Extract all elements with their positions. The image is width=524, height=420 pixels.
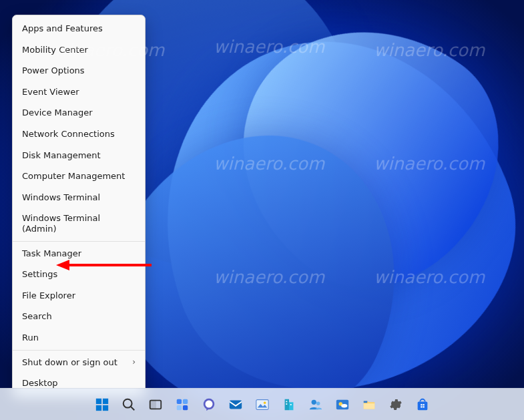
menu-item-label: Settings xyxy=(22,269,57,280)
mail-icon[interactable] xyxy=(226,395,245,414)
menu-item-label: Computer Management xyxy=(22,171,125,182)
office-building-icon[interactable] xyxy=(280,395,298,414)
svg-rect-16 xyxy=(229,400,241,409)
desktop-background: Apps and FeaturesMobility CenterPower Op… xyxy=(0,0,524,420)
svg-rect-21 xyxy=(286,401,287,402)
menu-item-label: Device Manager xyxy=(22,108,93,118)
svg-point-18 xyxy=(263,401,266,404)
svg-rect-23 xyxy=(290,404,291,405)
svg-point-24 xyxy=(311,399,316,404)
svg-rect-5 xyxy=(102,405,107,410)
menu-item-shut-down-or-sign-out[interactable]: Shut down or sign out› xyxy=(13,352,145,373)
svg-rect-32 xyxy=(421,404,422,405)
menu-item-label: File Explorer xyxy=(22,290,75,301)
menu-separator xyxy=(13,241,145,242)
svg-rect-2 xyxy=(95,398,101,403)
menu-item-mobility-center[interactable]: Mobility Center xyxy=(13,39,145,61)
svg-rect-34 xyxy=(421,406,422,407)
menu-item-device-manager[interactable]: Device Manager xyxy=(13,102,145,124)
menu-item-label: Event Viewer xyxy=(22,87,79,97)
settings-icon[interactable] xyxy=(386,395,405,414)
menu-item-label: Apps and Features xyxy=(22,23,103,34)
chevron-right-icon: › xyxy=(132,357,136,367)
people-icon[interactable] xyxy=(306,395,325,414)
menu-item-label: Run xyxy=(22,333,39,343)
menu-item-apps-and-features[interactable]: Apps and Features xyxy=(13,18,145,39)
menu-item-search[interactable]: Search xyxy=(13,306,145,327)
svg-rect-20 xyxy=(289,402,293,410)
svg-point-15 xyxy=(205,400,212,407)
svg-rect-33 xyxy=(423,404,424,405)
svg-rect-31 xyxy=(417,401,427,410)
menu-item-label: Mobility Center xyxy=(22,45,88,55)
svg-rect-17 xyxy=(256,399,268,409)
file-explorer-icon[interactable] xyxy=(360,395,378,414)
menu-item-file-explorer[interactable]: File Explorer xyxy=(13,285,145,306)
menu-item-power-options[interactable]: Power Options xyxy=(13,60,145,81)
menu-item-windows-terminal-admin[interactable]: Windows Terminal (Admin) xyxy=(13,208,145,239)
weather-icon[interactable] xyxy=(333,395,352,414)
search-icon[interactable] xyxy=(119,395,138,414)
svg-rect-29 xyxy=(363,403,374,409)
task-view-icon[interactable] xyxy=(146,395,165,414)
menu-item-label: Network Connections xyxy=(22,129,115,140)
menu-item-label: Desktop xyxy=(22,378,58,389)
svg-rect-9 xyxy=(150,400,155,409)
menu-separator xyxy=(13,350,145,351)
svg-rect-4 xyxy=(95,405,101,410)
menu-item-event-viewer[interactable]: Event Viewer xyxy=(13,81,145,103)
menu-item-label: Windows Terminal (Admin) xyxy=(22,213,136,234)
menu-item-network-connections[interactable]: Network Connections xyxy=(13,124,145,145)
menu-item-disk-management[interactable]: Disk Management xyxy=(13,145,145,166)
menu-item-label: Search xyxy=(22,311,52,322)
store-icon[interactable] xyxy=(413,395,432,414)
svg-point-28 xyxy=(341,404,347,408)
menu-item-label: Task Manager xyxy=(22,248,81,259)
menu-item-label: Power Options xyxy=(22,65,85,76)
svg-rect-13 xyxy=(182,405,187,409)
menu-item-label: Windows Terminal xyxy=(22,192,100,203)
svg-rect-35 xyxy=(423,406,424,407)
menu-item-run[interactable]: Run xyxy=(13,327,145,349)
chat-icon[interactable] xyxy=(200,395,218,414)
photos-icon[interactable] xyxy=(253,395,272,414)
svg-rect-3 xyxy=(102,398,107,403)
menu-item-label: Shut down or sign out xyxy=(22,357,117,368)
svg-line-7 xyxy=(130,406,134,410)
svg-rect-30 xyxy=(363,401,367,403)
svg-rect-12 xyxy=(176,405,181,409)
menu-item-settings[interactable]: Settings xyxy=(13,264,145,285)
svg-point-6 xyxy=(123,399,132,407)
menu-item-computer-management[interactable]: Computer Management xyxy=(13,166,145,187)
menu-item-windows-terminal[interactable]: Windows Terminal xyxy=(13,187,145,208)
winx-context-menu: Apps and FeaturesMobility CenterPower Op… xyxy=(12,15,146,397)
menu-item-label: Disk Management xyxy=(22,150,101,161)
start-icon[interactable] xyxy=(93,395,111,414)
widgets-icon[interactable] xyxy=(173,395,192,414)
svg-rect-10 xyxy=(176,399,181,403)
svg-rect-11 xyxy=(182,399,187,403)
taskbar xyxy=(0,388,524,420)
svg-point-25 xyxy=(316,401,320,405)
svg-rect-22 xyxy=(286,403,287,405)
menu-item-task-manager[interactable]: Task Manager xyxy=(13,243,145,264)
